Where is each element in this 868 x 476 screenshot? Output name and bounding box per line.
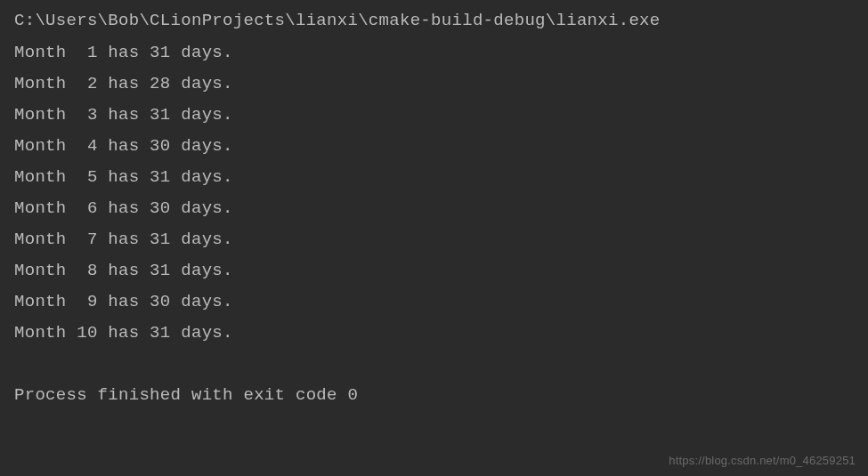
watermark-text: https://blog.csdn.net/m0_46259251 [669,454,856,467]
output-line: Month 7 has 31 days. [14,224,854,255]
command-path: C:\Users\Bob\CLionProjects\lianxi\cmake-… [14,7,854,34]
blank-line [14,349,854,380]
output-line: Month 5 has 31 days. [14,162,854,193]
output-line: Month 8 has 31 days. [14,255,854,286]
output-line: Month 9 has 30 days. [14,286,854,318]
output-line: Month 2 has 28 days. [14,69,854,100]
output-line: Month 10 has 31 days. [14,318,854,349]
output-line: Month 1 has 31 days. [14,37,854,69]
exit-code-message: Process finished with exit code 0 [14,380,854,411]
output-line: Month 6 has 30 days. [14,193,854,224]
output-line: Month 3 has 31 days. [14,100,854,131]
output-line: Month 4 has 30 days. [14,131,854,162]
